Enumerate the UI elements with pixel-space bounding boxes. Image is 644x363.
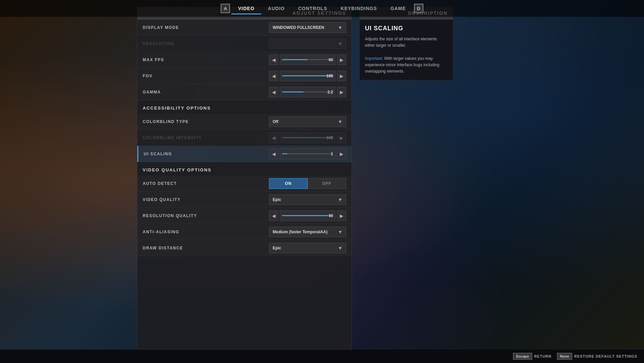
dropdown-colorblind-type-value: Off — [273, 119, 278, 124]
slider-left-ui-scaling[interactable]: ◀ — [269, 149, 278, 159]
setting-label-fov: FOV — [143, 74, 269, 78]
setting-row-colorblind-intensity: COLORBLIND INTENSITY ◀ 100 ▶ — [137, 130, 352, 146]
slider-right-max-fps[interactable]: ▶ — [337, 54, 346, 65]
slider-right-fov[interactable]: ▶ — [337, 71, 346, 81]
slider-control-resolution-quality: ◀ 90 ▶ — [269, 210, 346, 221]
slider-track-colorblind-intensity[interactable]: 100 — [280, 132, 335, 143]
top-navigation: A VIDEO AUDIO CONTROLS KEYBINDINGS GAME … — [0, 0, 644, 17]
slider-value-fov: 100 — [326, 74, 333, 78]
slider-value-ui-scaling: 1 — [331, 152, 333, 156]
dropdown-resolution[interactable]: ▼ — [269, 38, 346, 49]
accessibility-section-title: ACCESSIBILITY OPTIONS — [143, 106, 211, 111]
dropdown-display-mode[interactable]: WINDOWED FULLSCREEN ▼ — [269, 22, 346, 33]
slider-left-colorblind-intensity[interactable]: ◀ — [269, 132, 278, 143]
slider-fill-resolution-quality — [282, 215, 328, 216]
tab-keybindings[interactable]: KEYBINDINGS — [334, 3, 384, 14]
slider-left-gamma[interactable]: ◀ — [269, 87, 278, 97]
dropdown-draw-distance-value: Epic — [273, 246, 281, 250]
settings-panel: ADJUST SETTINGS DISPLAY MODE WINDOWED FU… — [137, 7, 352, 350]
slider-left-max-fps[interactable]: ◀ — [269, 54, 278, 65]
setting-row-fov: FOV ◀ 100 ▶ — [137, 68, 352, 84]
tab-game[interactable]: GAME — [384, 3, 413, 14]
return-label: RETURN — [534, 354, 552, 358]
slider-fill-fov — [282, 75, 333, 76]
description-text-part1: Adjusts the size of all interface elemen… — [365, 37, 437, 48]
setting-label-gamma: GAMMA — [143, 90, 269, 94]
slider-track-bg-max-fps — [282, 59, 333, 60]
dropdown-anti-aliasing-value: Medium (faster TemporalAA) — [273, 230, 327, 234]
description-important-label: Important: — [365, 56, 383, 61]
slider-right-ui-scaling[interactable]: ▶ — [337, 149, 346, 159]
nav-key-left: A — [221, 4, 230, 13]
setting-row-resolution-quality: RESOLUTION QUALITY ◀ 90 ▶ — [137, 208, 352, 224]
slider-track-fov[interactable]: 100 — [280, 71, 335, 81]
dropdown-colorblind-type[interactable]: Off ▼ — [269, 116, 346, 127]
setting-row-auto-detect: AUTO DETECT ON OFF — [137, 175, 352, 192]
slider-track-bg-colorblind-intensity — [282, 137, 333, 138]
setting-label-max-fps: MAX FPS — [143, 57, 269, 62]
none-key-badge: None — [557, 353, 572, 360]
slider-control-max-fps: ◀ 60 ▶ — [269, 54, 346, 65]
slider-right-gamma[interactable]: ▶ — [337, 87, 346, 97]
accessibility-section-header: ACCESSIBILITY OPTIONS — [137, 100, 352, 114]
video-quality-section-header: VIDEO QUALITY OPTIONS — [137, 162, 352, 175]
setting-label-colorblind-type: COLORBLIND TYPE — [143, 119, 269, 124]
dropdown-video-quality[interactable]: Epic ▼ — [269, 194, 346, 205]
slider-right-resolution-quality[interactable]: ▶ — [337, 210, 346, 221]
slider-fill-max-fps — [282, 59, 308, 60]
slider-track-resolution-quality[interactable]: 90 — [280, 210, 335, 221]
toggle-on-button[interactable]: ON — [269, 178, 308, 189]
setting-row-gamma: GAMMA ◀ 2.2 ▶ — [137, 84, 352, 100]
slider-value-max-fps: 60 — [329, 57, 333, 62]
dropdown-draw-distance[interactable]: Epic ▼ — [269, 243, 346, 253]
toggle-off-button[interactable]: OFF — [308, 178, 346, 189]
slider-control-fov: ◀ 100 ▶ — [269, 71, 346, 81]
tab-controls[interactable]: CONTROLS — [291, 3, 334, 14]
slider-track-ui-scaling[interactable]: 1 — [280, 149, 335, 159]
dropdown-draw-distance-arrow: ▼ — [338, 245, 342, 251]
video-quality-section-title: VIDEO QUALITY OPTIONS — [143, 167, 212, 172]
nav-key-right: D — [414, 4, 423, 13]
description-text: Adjusts the size of all interface elemen… — [365, 36, 448, 75]
slider-track-max-fps[interactable]: 60 — [280, 54, 335, 65]
slider-value-gamma: 2.2 — [327, 90, 333, 94]
toggle-auto-detect: ON OFF — [269, 178, 346, 189]
slider-left-fov[interactable]: ◀ — [269, 71, 278, 81]
dropdown-display-mode-arrow: ▼ — [338, 25, 342, 30]
slider-fill-ui-scaling — [282, 153, 287, 154]
dropdown-display-mode-value: WINDOWED FULLSCREEN — [273, 25, 324, 30]
setting-label-auto-detect: AUTO DETECT — [143, 181, 269, 186]
setting-label-video-quality: VIDEO QUALITY — [143, 197, 269, 202]
tab-video[interactable]: VIDEO — [231, 3, 261, 14]
slider-value-colorblind-intensity: 100 — [326, 135, 333, 140]
setting-row-ui-scaling: UI SCALING ◀ 1 ▶ — [137, 146, 352, 162]
slider-track-bg-gamma — [282, 91, 333, 92]
settings-scroll-area[interactable]: DISPLAY MODE WINDOWED FULLSCREEN ▼ RESOL… — [137, 19, 352, 347]
slider-control-ui-scaling: ◀ 1 ▶ — [269, 149, 346, 159]
tab-audio[interactable]: AUDIO — [261, 3, 291, 14]
slider-track-gamma[interactable]: 2.2 — [280, 87, 335, 97]
setting-row-colorblind-type: COLORBLIND TYPE Off ▼ — [137, 114, 352, 130]
slider-track-bg-ui-scaling — [282, 153, 333, 154]
setting-label-draw-distance: DRAW DISTANCE — [143, 246, 269, 250]
slider-track-bg-resolution-quality — [282, 215, 333, 216]
slider-right-colorblind-intensity[interactable]: ▶ — [337, 132, 346, 143]
setting-row-anti-aliasing: ANTI-ALIASING Medium (faster TemporalAA)… — [137, 224, 352, 240]
description-title: UI SCALING — [365, 25, 448, 32]
setting-label-resolution-quality: RESOLUTION QUALITY — [143, 213, 269, 218]
bottom-action-escape: Escape RETURN — [513, 353, 551, 360]
bottom-action-restore: None RESTORE DEFAULT SETTINGS — [557, 353, 638, 360]
dropdown-anti-aliasing[interactable]: Medium (faster TemporalAA) ▼ — [269, 227, 346, 237]
setting-label-resolution: RESOLUTION — [143, 41, 269, 46]
setting-row-resolution: RESOLUTION ▼ — [137, 36, 352, 52]
description-content: UI SCALING Adjusts the size of all inter… — [360, 19, 453, 80]
dropdown-anti-aliasing-arrow: ▼ — [338, 229, 342, 235]
setting-label-colorblind-intensity: COLORBLIND INTENSITY — [143, 135, 269, 140]
slider-left-resolution-quality[interactable]: ◀ — [269, 210, 278, 221]
escape-key-badge: Escape — [513, 353, 532, 360]
setting-row-display-mode: DISPLAY MODE WINDOWED FULLSCREEN ▼ — [137, 19, 352, 36]
slider-value-resolution-quality: 90 — [329, 213, 333, 218]
setting-row-video-quality: VIDEO QUALITY Epic ▼ — [137, 192, 352, 208]
restore-label: RESTORE DEFAULT SETTINGS — [574, 354, 637, 358]
dropdown-video-quality-arrow: ▼ — [338, 197, 342, 202]
